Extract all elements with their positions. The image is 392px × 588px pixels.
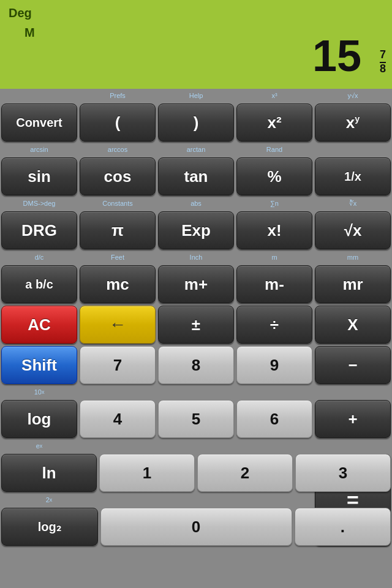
main-number: 15	[312, 34, 361, 78]
two-button[interactable]: 2	[197, 454, 293, 492]
sublabel-inch: Inch	[157, 251, 235, 264]
sublabel-arccos: arccos	[78, 143, 157, 156]
mr-button[interactable]: mr	[315, 265, 391, 303]
sublabel-constants: Constants	[78, 197, 157, 210]
one-button[interactable]: 1	[99, 454, 195, 492]
m-plus-button[interactable]: m+	[158, 265, 234, 303]
x-to-y-label: xy	[346, 113, 360, 132]
exp-button[interactable]: Exp	[158, 211, 234, 249]
sublabel-help: Help	[157, 89, 235, 102]
display: Deg M 15 7 8	[0, 0, 392, 89]
sublabel-arctan: arctan	[157, 143, 235, 156]
sublabel-empty-8b	[157, 439, 235, 453]
three-button[interactable]: 3	[295, 454, 391, 492]
percent-button[interactable]: %	[236, 157, 312, 195]
three-label: 3	[339, 464, 347, 483]
five-button[interactable]: 5	[158, 400, 234, 438]
sublabel-row-3: DMS->deg Constants abs ∑n ∛x	[0, 197, 392, 210]
sublabel-prefs: Prefs	[78, 89, 157, 102]
ln-button[interactable]: ln	[1, 454, 97, 492]
plus-button[interactable]: +	[315, 400, 391, 438]
mc-button[interactable]: mc	[80, 265, 156, 303]
sublabel-empty-8c	[235, 439, 314, 453]
pi-label: π	[111, 221, 124, 240]
sublabel-empty-2	[314, 143, 392, 156]
x-squared-button[interactable]: x²	[236, 104, 312, 141]
shift-button[interactable]: Shift	[1, 346, 77, 384]
sublabel-m: m	[235, 251, 314, 264]
sublabel-empty-8d	[314, 439, 392, 453]
sublabel-empty-9a	[98, 493, 196, 507]
sublabel-row-1: Prefs Help x³ y√x	[0, 89, 392, 102]
divide-label: ÷	[270, 315, 279, 334]
zero-button[interactable]: 0	[100, 508, 292, 546]
memory-label: M	[24, 26, 35, 40]
button-row-2: sin cos tan % 1/x	[0, 156, 392, 197]
multiply-button[interactable]: X	[315, 306, 391, 344]
bottom-section: ln 1 2 3 2x	[0, 453, 392, 547]
ln-label: ln	[42, 464, 56, 483]
sublabel-feet: Feet	[78, 251, 157, 264]
divide-button[interactable]: ÷	[236, 306, 312, 344]
button-row-4: a b/c mc m+ m- mr	[0, 264, 392, 304]
convert-button[interactable]: Convert	[1, 104, 77, 141]
x-to-y-button[interactable]: xy	[315, 104, 391, 141]
ac-label: AC	[28, 315, 51, 334]
open-paren-button[interactable]: (	[80, 104, 156, 141]
eight-label: 8	[192, 356, 200, 375]
percent-label: %	[267, 167, 281, 186]
x-fact-button[interactable]: x!	[236, 211, 312, 249]
six-button[interactable]: 6	[236, 400, 312, 438]
convert-label: Convert	[16, 116, 62, 130]
eight-button[interactable]: 8	[158, 346, 234, 384]
ac-button[interactable]: AC	[1, 306, 77, 344]
sublabel-sum-n: ∑n	[235, 197, 314, 210]
plus-minus-button[interactable]: ±	[158, 306, 234, 344]
close-paren-button[interactable]: )	[158, 104, 234, 141]
log2-button[interactable]: log₂	[1, 508, 98, 546]
sublabel-ex: ex	[0, 439, 78, 453]
cos-label: cos	[104, 167, 132, 186]
sublabel-xcubed: x³	[235, 89, 314, 102]
two-label: 2	[241, 464, 249, 483]
sublabel-row-8: ex	[0, 439, 392, 453]
log-button[interactable]: log	[1, 400, 77, 438]
sin-button[interactable]: sin	[1, 157, 77, 195]
plus-minus-label: ±	[192, 315, 200, 334]
nine-button[interactable]: 9	[236, 346, 312, 384]
button-row-1: Convert ( ) x² xy	[0, 102, 392, 143]
sublabel-cbrt: ∛x	[314, 197, 392, 210]
multiply-label: X	[347, 315, 358, 334]
sublabel-10x: 10x	[0, 385, 78, 399]
drg-button[interactable]: DRG	[1, 211, 77, 249]
sublabel-empty-1	[0, 89, 78, 102]
sublabel-empty-9b	[196, 493, 294, 507]
minus-button[interactable]: −	[315, 346, 391, 384]
a-bc-button[interactable]: a b/c	[1, 265, 77, 303]
x-fact-label: x!	[267, 221, 281, 240]
plus-label: +	[348, 410, 357, 429]
cos-button[interactable]: cos	[80, 157, 156, 195]
button-row-3: DRG π Exp x! √x	[0, 210, 392, 251]
backspace-icon: ←	[109, 315, 126, 334]
sublabel-rand: Rand	[235, 143, 314, 156]
tan-button[interactable]: tan	[158, 157, 234, 195]
seven-button[interactable]: 7	[80, 346, 156, 384]
exp-label: Exp	[181, 221, 211, 240]
one-label: 1	[143, 464, 151, 483]
log2-label: log₂	[38, 519, 61, 534]
decimal-button[interactable]: .	[295, 508, 391, 546]
m-minus-button[interactable]: m-	[236, 265, 312, 303]
sublabel-dc: d/c	[0, 251, 78, 264]
six-label: 6	[270, 410, 279, 429]
pi-button[interactable]: π	[80, 211, 156, 249]
sqrt-x-button[interactable]: √x	[315, 211, 391, 249]
one-over-x-button[interactable]: 1/x	[315, 157, 391, 195]
sqrt-x-label: √x	[344, 221, 362, 240]
backspace-button[interactable]: ←	[80, 306, 156, 344]
button-row-8: ln 1 2 3	[0, 453, 392, 493]
four-button[interactable]: 4	[80, 400, 156, 438]
button-row-6: Shift 7 8 9 −	[0, 345, 392, 385]
sublabel-empty-8a	[78, 439, 157, 453]
button-row-5: AC ← ± ÷ X	[0, 304, 392, 345]
